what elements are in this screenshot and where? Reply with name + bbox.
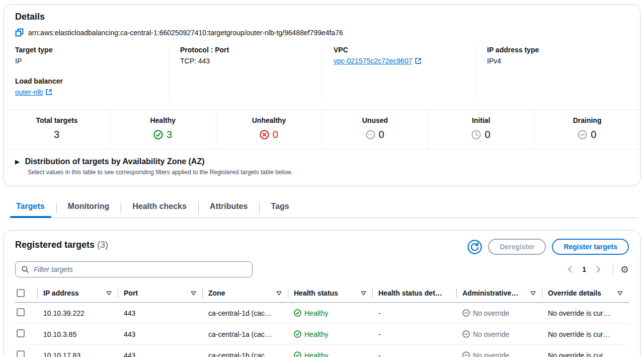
x-circle-icon	[260, 130, 269, 139]
previous-page-icon[interactable]	[564, 264, 576, 275]
row-checkbox[interactable]	[17, 329, 25, 337]
minus-circle-icon	[578, 130, 587, 139]
cell-ip-address: 10.10.39.222	[37, 304, 118, 323]
cell-ip-address: 10.10.3.85	[37, 325, 118, 344]
ip-address-type-label: IP address type	[487, 46, 629, 54]
cell-health-status: Healthy	[288, 325, 372, 344]
pagination: 1 ⚙	[564, 263, 629, 276]
deregister-button[interactable]: Deregister	[488, 239, 546, 255]
gear-icon[interactable]: ⚙	[620, 265, 629, 274]
details-title: Details	[15, 12, 629, 22]
cell-override-details: No override is cur…	[542, 325, 629, 344]
refresh-icon[interactable]	[467, 240, 482, 254]
cell-administrative-override: No override	[456, 346, 542, 357]
minus-circle-icon	[462, 330, 470, 338]
minus-circle-icon	[462, 351, 470, 357]
stat-unused: Unused 0	[321, 110, 428, 149]
cell-administrative-override: No override	[456, 304, 542, 323]
current-page-number[interactable]: 1	[578, 265, 590, 273]
caret-right-icon: ▶	[15, 159, 19, 165]
next-page-icon[interactable]	[592, 264, 605, 275]
copy-icon[interactable]	[15, 28, 24, 37]
vpc-link[interactable]: vpc-021575c2c72ec9607	[334, 57, 422, 65]
load-balancer-label: Load balancer	[15, 77, 169, 85]
search-icon	[21, 265, 29, 273]
cell-health-status-details: -	[372, 325, 456, 344]
table-header-row: IP address Port Zone Health status Healt…	[15, 284, 629, 303]
load-balancer-link[interactable]: outer-nlb	[15, 88, 52, 96]
table-row: 10.10.39.222 443 ca-central-1d (cac… Hea…	[15, 303, 629, 323]
sort-icon[interactable]	[191, 291, 196, 296]
minus-circle-icon	[462, 309, 470, 317]
tab-monitoring[interactable]: Monitoring	[56, 199, 121, 218]
cell-zone: ca-central-1b (cac…	[202, 346, 288, 357]
sort-icon[interactable]	[106, 291, 112, 296]
registered-targets-title: Registered targets (3)	[15, 240, 108, 250]
sort-icon[interactable]	[617, 291, 623, 296]
table-row: 10.10.17.83 443 ca-central-1b (cac… Heal…	[15, 344, 629, 357]
register-targets-button[interactable]: Register targets	[552, 239, 629, 255]
cell-port: 443	[118, 346, 202, 357]
az-distribution-expander[interactable]: ▶ Distribution of targets by Availabilit…	[15, 157, 629, 166]
column-header-health-status[interactable]: Health status	[288, 284, 372, 302]
az-distribution-description: Select values in this table to see corre…	[28, 169, 629, 176]
column-header-override-details[interactable]: Override details	[542, 284, 629, 302]
ellipsis-circle-icon	[366, 130, 375, 139]
cell-health-status-details: -	[372, 304, 456, 323]
cell-override-details: No override is cur…	[542, 346, 629, 357]
protocol-port-label: Protocol : Port	[180, 46, 322, 54]
row-checkbox[interactable]	[17, 350, 25, 357]
cell-zone: ca-central-1a (cac…	[202, 325, 288, 344]
tab-health-checks[interactable]: Health checks	[121, 199, 198, 218]
cell-administrative-override: No override	[456, 325, 542, 344]
cell-health-status: Healthy	[288, 304, 372, 323]
cell-override-details: No override is cur…	[542, 304, 629, 323]
check-circle-icon	[294, 351, 301, 357]
target-group-arn: arn:aws:elasticloadbalancing:ca-central-…	[28, 29, 343, 37]
registered-targets-table: IP address Port Zone Health status Healt…	[15, 284, 629, 357]
column-header-administrative-override[interactable]: Administrative…	[456, 284, 542, 302]
details-grid: Target type IP Load balancer outer-nlb P…	[4, 39, 640, 109]
tab-targets[interactable]: Targets	[7, 199, 56, 218]
stat-healthy: Healthy 3	[110, 110, 216, 149]
stat-initial: Initial 0	[428, 110, 534, 149]
cell-health-status: Healthy	[288, 346, 372, 357]
column-header-port[interactable]: Port	[118, 284, 202, 302]
column-header-health-status-details[interactable]: Health status det…	[372, 284, 456, 302]
vpc-label: VPC	[334, 46, 475, 54]
target-group-arn-row: arn:aws:elasticloadbalancing:ca-central-…	[15, 28, 629, 37]
check-circle-icon	[294, 309, 301, 317]
check-circle-icon	[294, 330, 301, 338]
external-link-icon	[45, 89, 52, 96]
cell-health-status-details: -	[372, 346, 456, 357]
sort-icon[interactable]	[530, 291, 536, 296]
stat-total-targets: Total targets 3	[4, 110, 110, 149]
registered-targets-panel: Registered targets (3) Deregister Regist…	[4, 230, 640, 357]
target-type-label: Target type	[15, 46, 169, 54]
ip-address-type-value: IPv4	[487, 57, 629, 65]
az-distribution-section: ▶ Distribution of targets by Availabilit…	[4, 150, 640, 186]
toolbar-divider	[613, 263, 613, 276]
tab-attributes[interactable]: Attributes	[198, 199, 260, 218]
column-header-ip-address[interactable]: IP address	[37, 284, 118, 302]
cell-ip-address: 10.10.17.83	[37, 346, 118, 357]
select-all-checkbox[interactable]	[17, 289, 25, 297]
column-header-zone[interactable]: Zone	[202, 284, 288, 302]
cell-port: 443	[118, 325, 202, 344]
filter-targets-input[interactable]	[33, 265, 247, 274]
row-checkbox[interactable]	[17, 308, 25, 316]
external-link-icon	[415, 57, 422, 64]
cell-port: 443	[118, 304, 202, 323]
registered-targets-count: (3)	[97, 240, 108, 250]
target-health-summary: Total targets 3 Healthy 3 Unhealthy 0 Un…	[4, 109, 640, 150]
tab-tags[interactable]: Tags	[259, 199, 300, 218]
sort-icon[interactable]	[361, 291, 366, 296]
details-panel: Details arn:aws:elasticloadbalancing:ca-…	[4, 4, 640, 186]
protocol-port-value: TCP: 443	[180, 57, 322, 65]
sort-icon[interactable]	[276, 291, 282, 296]
stat-unhealthy: Unhealthy 0	[216, 110, 322, 149]
cell-zone: ca-central-1d (cac…	[202, 304, 288, 323]
filter-targets-searchbox[interactable]	[15, 261, 253, 277]
table-row: 10.10.3.85 443 ca-central-1a (cac… Healt…	[15, 323, 629, 344]
tab-bar: Targets Monitoring Health checks Attribu…	[7, 199, 637, 218]
